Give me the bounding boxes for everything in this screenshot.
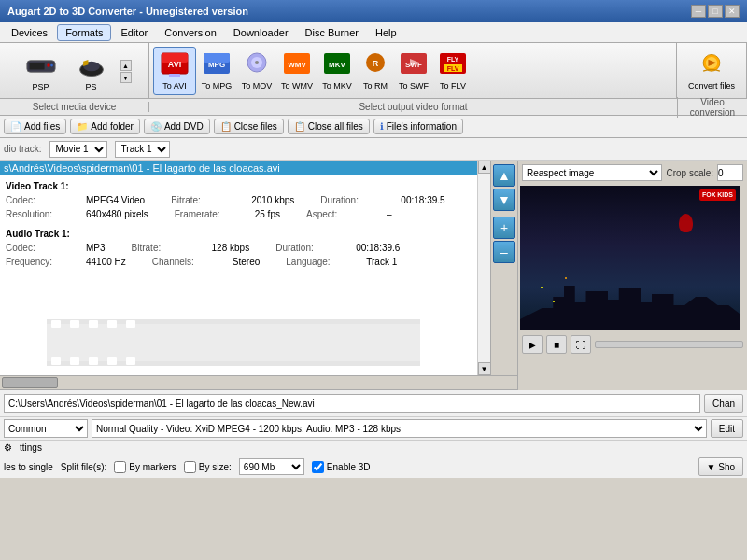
- file-item-selected[interactable]: s\Andrés\Videos\spiderman\01 - El lagart…: [0, 161, 490, 175]
- language-value: Track 1: [366, 255, 397, 269]
- output-path-input[interactable]: [4, 394, 700, 413]
- preview-image: FOX KIDS: [520, 186, 740, 330]
- h-scroll-thumb[interactable]: [2, 377, 58, 388]
- file-info-button[interactable]: ℹ File's information: [374, 119, 463, 134]
- fullscreen-button[interactable]: ⛶: [571, 335, 591, 354]
- format-wmv-button[interactable]: WMV To WMV: [277, 47, 317, 95]
- svg-rect-41: [70, 357, 79, 365]
- svg-point-15: [255, 61, 259, 64]
- by-markers-checkbox[interactable]: [114, 461, 126, 473]
- aspect-value: –: [387, 207, 392, 221]
- close-all-button[interactable]: 📋 Close all files: [288, 119, 370, 134]
- menu-devices[interactable]: Devices: [4, 25, 55, 40]
- settings-label: ⚙: [4, 442, 12, 453]
- by-size-label: By size:: [199, 462, 232, 472]
- menu-disc-burner[interactable]: Disc Burner: [298, 25, 366, 40]
- enable-3d-checkbox[interactable]: [312, 461, 324, 473]
- format-flv-button[interactable]: FLY FLV To FLV: [434, 47, 472, 95]
- resolution-label: Resolution:: [6, 207, 71, 221]
- scroll-up-button[interactable]: ▲: [478, 161, 491, 174]
- horizontal-scroll: [0, 375, 518, 390]
- add-folder-button[interactable]: 📁 Add folder: [70, 119, 140, 134]
- avi-label: To AVI: [162, 81, 186, 91]
- preview-panel: Reaspect image Crop scale: FOX KIDS: [518, 161, 747, 375]
- psp-icon: [26, 51, 56, 81]
- bitrate-value-a: 128 kbps: [212, 241, 250, 255]
- minimize-button[interactable]: ─: [691, 5, 706, 18]
- menu-bar: Devices Formats Editor Conversion Downlo…: [0, 22, 747, 43]
- video-info-row-2: Resolution: 640x480 pixels Framerate: 25…: [6, 207, 485, 221]
- section-labels: Select media device Select output video …: [0, 99, 747, 116]
- audio-track-select[interactable]: Track 1: [115, 141, 170, 158]
- profile-select[interactable]: Normal Quality - Video: XviD MPEG4 - 120…: [92, 419, 707, 438]
- add-dvd-label: Add DVD: [164, 121, 204, 132]
- svg-rect-33: [47, 319, 420, 324]
- svg-rect-39: [126, 320, 135, 328]
- device-scroll-up[interactable]: ▲: [120, 60, 132, 71]
- file-info-label: File's information: [387, 121, 457, 132]
- nav-add-button[interactable]: +: [493, 217, 515, 239]
- video-track-select[interactable]: Movie 1: [49, 141, 107, 158]
- flv-icon: FLY FLV: [438, 50, 468, 80]
- svg-rect-32: [47, 324, 420, 361]
- split-row: les to single Split file(s): By markers …: [0, 455, 747, 478]
- convert-files-button[interactable]: Convert files: [682, 47, 742, 95]
- mpg-icon: MPG: [202, 50, 232, 80]
- menu-downloader[interactable]: Downloader: [226, 25, 296, 40]
- format-mov-button[interactable]: To MOV: [237, 47, 276, 95]
- stop-button[interactable]: ■: [546, 335, 567, 354]
- progress-bar[interactable]: [595, 341, 743, 348]
- format-swf-button[interactable]: SWF To SWF: [394, 47, 433, 95]
- nav-up-button[interactable]: ▲: [493, 164, 515, 187]
- size-select[interactable]: 690 Mb: [239, 458, 304, 475]
- file-list-scrollbar: ▲ ▼: [477, 161, 490, 375]
- file-info-icon: ℹ: [380, 121, 384, 132]
- nav-remove-button[interactable]: –: [493, 241, 515, 263]
- menu-conversion[interactable]: Conversion: [157, 25, 224, 40]
- play-button[interactable]: ▶: [522, 335, 543, 354]
- add-dvd-button[interactable]: 💿 Add DVD: [144, 119, 210, 134]
- action-bar: 📄 Add files 📁 Add folder 💿 Add DVD 📋 Clo…: [0, 116, 747, 138]
- framerate-label: Framerate:: [175, 207, 240, 221]
- svg-text:MKV: MKV: [329, 61, 345, 69]
- avi-icon: AVI: [160, 50, 190, 80]
- channels-label: Channels:: [152, 255, 218, 269]
- format-mkv-button[interactable]: MKV To MKV: [317, 47, 357, 95]
- category-select[interactable]: Common: [4, 419, 88, 438]
- menu-formats[interactable]: Formats: [57, 24, 111, 41]
- resolution-value: 640x480 pixels: [86, 207, 148, 221]
- nav-down-button[interactable]: ▼: [493, 189, 515, 211]
- show-button[interactable]: ▼ Sho: [698, 457, 743, 476]
- edit-profile-button[interactable]: Edit: [711, 419, 743, 438]
- wmv-icon: WMV: [282, 50, 312, 80]
- menu-help[interactable]: Help: [368, 25, 404, 40]
- reaspect-select[interactable]: Reaspect image: [522, 164, 662, 181]
- swf-icon: SWF: [399, 50, 429, 80]
- audio-track-header: Audio Track 1:: [6, 227, 485, 241]
- device-psp-button[interactable]: PSP: [18, 48, 64, 96]
- app-title: Augart 2D to 3D Converter - Unregistered…: [7, 6, 248, 17]
- device-ps-button[interactable]: PS: [68, 48, 115, 96]
- menu-editor[interactable]: Editor: [113, 25, 155, 40]
- by-size-checkbox[interactable]: [184, 461, 196, 473]
- format-mpg-button[interactable]: MPG To MPG: [197, 47, 236, 95]
- scroll-down-button[interactable]: ▼: [478, 362, 491, 375]
- audio-info-row-2: Frequency: 44100 Hz Channels: Stereo Lan…: [6, 255, 485, 269]
- add-folder-label: Add folder: [91, 121, 134, 132]
- svg-rect-35: [51, 320, 61, 328]
- frequency-label: Frequency:: [6, 255, 71, 269]
- crop-scale-input[interactable]: [717, 164, 743, 181]
- add-files-button[interactable]: 📄 Add files: [4, 119, 66, 134]
- close-files-button[interactable]: 📋 Close files: [214, 119, 284, 134]
- device-scroll-down[interactable]: ▼: [120, 72, 132, 83]
- settings-text: ttings: [20, 442, 42, 453]
- chan-button[interactable]: Chan: [704, 394, 743, 413]
- format-avi-button[interactable]: AVI To AVI: [153, 47, 196, 95]
- files-to-single-label: les to single: [4, 462, 53, 472]
- maximize-button[interactable]: □: [708, 5, 723, 18]
- framerate-value: 25 fps: [255, 207, 280, 221]
- close-files-label: Close files: [234, 121, 277, 132]
- close-button[interactable]: ✕: [725, 5, 740, 18]
- add-folder-icon: 📁: [77, 121, 88, 132]
- format-rm-button[interactable]: R To RM: [358, 47, 393, 95]
